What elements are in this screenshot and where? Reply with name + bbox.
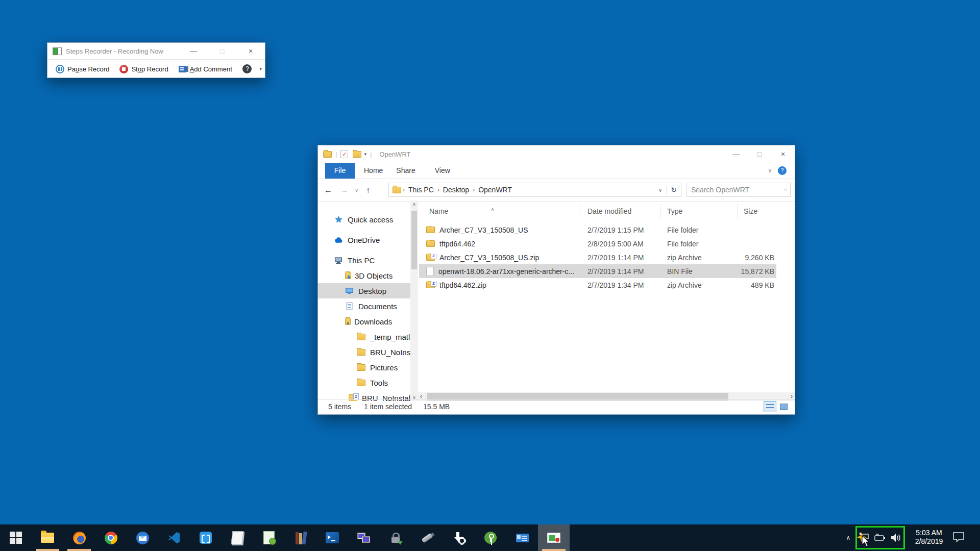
- taskbar-thunderbird[interactable]: [127, 524, 158, 551]
- file-row[interactable]: Archer_C7_V3_150508_US 2/7/2019 1:15 PM …: [419, 223, 776, 237]
- history-dropdown-icon[interactable]: ∨: [355, 179, 358, 201]
- clock-time: 5:03 AM: [910, 529, 948, 537]
- quick-access-new-folder-icon[interactable]: [353, 151, 361, 158]
- steps-recorder-icon: [547, 533, 560, 543]
- folder-icon: [357, 333, 365, 341]
- file-row[interactable]: ZArcher_C7_V3_150508_US.zip 2/7/2019 1:1…: [419, 251, 776, 264]
- breadcrumb-this-pc[interactable]: This PC: [406, 186, 436, 194]
- quick-access-properties-icon[interactable]: ✓: [340, 151, 348, 158]
- sidebar-item-tools[interactable]: Tools: [318, 375, 410, 390]
- tab-file[interactable]: File: [325, 163, 355, 179]
- help-button[interactable]: ?: [242, 64, 252, 73]
- desktop-monitor-icon: [345, 287, 354, 295]
- add-comment-button[interactable]: Add Comment: [174, 61, 237, 77]
- sidebar-scrollbar[interactable]: ∧ ∨: [410, 201, 418, 401]
- explorer-titlebar[interactable]: | ✓ ▾ | OpenWRT — □ ×: [318, 145, 795, 163]
- close-button[interactable]: ×: [236, 43, 265, 59]
- address-bar[interactable]: › This PC › Desktop › OpenWRT ∨ ↻: [388, 183, 681, 197]
- quick-access-toolbar-dropdown[interactable]: ▾: [364, 152, 366, 157]
- taskbar-notepad-plus-plus[interactable]: [253, 524, 285, 551]
- navigation-pane: Quick access OneDrive This PC 3D Objects…: [318, 201, 418, 401]
- taskbar-id-card[interactable]: [506, 524, 538, 551]
- breadcrumb-openwrt[interactable]: OpenWRT: [476, 186, 514, 194]
- taskbar-lock-sync[interactable]: [380, 524, 411, 551]
- tray-expand-icon[interactable]: ∧: [842, 524, 854, 551]
- sidebar-item-temp-matlab[interactable]: _temp_matlab_: [318, 329, 410, 344]
- sidebar-item-bru-noinstall[interactable]: BRU_NoInstall: [318, 344, 410, 360]
- tab-home[interactable]: Home: [361, 163, 386, 179]
- file-explorer-window: | ✓ ▾ | OpenWRT — □ × File Home Share Vi…: [317, 145, 795, 415]
- taskbar-powershell[interactable]: [316, 524, 348, 551]
- action-center-icon[interactable]: [952, 532, 965, 543]
- maximize-button: □: [208, 43, 236, 59]
- taskbar-network-computers[interactable]: [348, 524, 380, 551]
- thumbnails-view-button[interactable]: [777, 401, 790, 412]
- stop-record-button[interactable]: Stop Record: [114, 61, 173, 77]
- close-button[interactable]: ×: [771, 146, 795, 163]
- minimize-button[interactable]: —: [179, 43, 208, 59]
- start-button[interactable]: [0, 524, 32, 551]
- scroll-up-icon[interactable]: ∧: [410, 202, 418, 207]
- taskbar-clock[interactable]: 5:03 AM 2/8/2019: [910, 529, 948, 546]
- taskbar-chrome[interactable]: [95, 524, 127, 551]
- sidebar-item-desktop[interactable]: Desktop: [318, 283, 410, 298]
- sidebar-item-onedrive[interactable]: OneDrive: [318, 232, 410, 247]
- refresh-icon[interactable]: ↻: [666, 186, 681, 194]
- back-button[interactable]: ←: [324, 179, 332, 201]
- scrollbar-thumb[interactable]: [411, 211, 417, 269]
- taskbar-usb-drive[interactable]: [411, 524, 443, 551]
- taskbar-driver-installer[interactable]: [443, 524, 475, 551]
- search-icon[interactable]: [785, 186, 787, 193]
- taskbar-vscode[interactable]: [158, 524, 190, 551]
- download-folder-icon: [345, 317, 354, 326]
- up-button[interactable]: ↑: [366, 179, 370, 201]
- taskbar-notepad[interactable]: [222, 524, 253, 551]
- file-row[interactable]: tftpd64.462 2/8/2019 5:00 AM File folder: [419, 237, 776, 251]
- pause-record-button[interactable]: Pause Record: [51, 61, 114, 77]
- breadcrumb-separator: ›: [471, 186, 476, 193]
- minimize-button[interactable]: —: [724, 146, 748, 163]
- column-header-date[interactable]: Date modified: [580, 204, 661, 219]
- taskbar-firefox[interactable]: [63, 524, 95, 551]
- tab-view[interactable]: View: [432, 163, 453, 179]
- firefox-icon: [73, 532, 86, 544]
- file-row[interactable]: Ztftpd64.462.zip 2/7/2019 1:34 PM zip Ar…: [419, 278, 776, 292]
- help-dropdown-button[interactable]: ▾: [255, 63, 262, 74]
- id-card-icon: [516, 534, 529, 542]
- taskbar-file-explorer[interactable]: [32, 524, 63, 551]
- sidebar-item-pictures[interactable]: Pictures: [318, 360, 410, 375]
- details-view-button[interactable]: [764, 401, 776, 412]
- taskbar-keepass[interactable]: [475, 524, 506, 551]
- mouse-cursor: [861, 535, 872, 548]
- taskbar-library[interactable]: [285, 524, 316, 551]
- ribbon-collapse-icon[interactable]: ∨: [768, 163, 772, 179]
- add-comment-label: Add Comment: [190, 65, 232, 73]
- taskbar-brackets[interactable]: [190, 524, 222, 551]
- maximize-button[interactable]: □: [748, 146, 771, 163]
- folder-icon: [426, 240, 435, 247]
- steps-recorder-titlebar[interactable]: Steps Recorder - Recording Now — □ ×: [47, 43, 265, 59]
- file-list-pane: ∧Name Date modified Type Size Archer_C7_…: [418, 201, 795, 401]
- breadcrumb-folder-icon: [393, 187, 401, 193]
- column-header-type[interactable]: Type: [661, 204, 738, 219]
- zip-folder-icon: Z: [426, 254, 435, 261]
- breadcrumb-desktop[interactable]: Desktop: [441, 186, 471, 194]
- breadcrumb-separator: ›: [436, 186, 441, 193]
- sidebar-item-quick-access[interactable]: Quick access: [318, 212, 410, 227]
- column-header-size[interactable]: Size: [738, 204, 795, 219]
- file-row-selected[interactable]: openwrt-18.06.2-ar71xx-generic-archer-c.…: [419, 264, 776, 278]
- stop-icon: [119, 65, 128, 73]
- sidebar-item-downloads[interactable]: Downloads: [318, 314, 410, 329]
- status-item-count: 5 items: [328, 403, 351, 411]
- taskbar-steps-recorder[interactable]: [538, 524, 570, 551]
- status-bar: 5 items 1 item selected 15.5 MB: [318, 399, 795, 414]
- sidebar-item-documents[interactable]: Documents: [318, 298, 410, 314]
- search-input[interactable]: [687, 185, 785, 194]
- sidebar-item-this-pc[interactable]: This PC: [318, 253, 410, 268]
- pause-icon: [56, 65, 64, 73]
- sidebar-item-3d-objects[interactable]: 3D Objects: [318, 268, 410, 283]
- address-dropdown-icon[interactable]: ∨: [654, 187, 666, 193]
- help-icon[interactable]: ?: [778, 166, 787, 175]
- column-header-name[interactable]: ∧Name: [418, 204, 580, 219]
- tab-share[interactable]: Share: [393, 163, 418, 179]
